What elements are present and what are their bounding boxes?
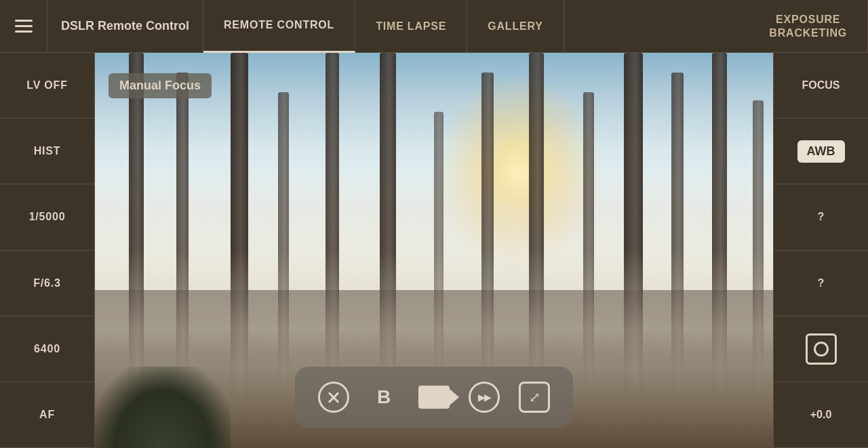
aperture-control-button[interactable] <box>315 379 352 415</box>
hamburger-button[interactable] <box>0 0 47 53</box>
tab-exposure-bracketing[interactable]: EXPOSUREBRACKETING <box>749 0 868 53</box>
hist-button[interactable]: HIST <box>0 119 94 184</box>
aperture-icon <box>318 382 349 413</box>
tab-gallery[interactable]: GALLERY <box>467 0 564 53</box>
video-icon <box>418 386 450 409</box>
lv-off-button[interactable]: LV OFF <box>0 53 94 119</box>
af-button[interactable]: AF <box>0 382 94 448</box>
focus-mode-label[interactable]: Manual Focus <box>108 73 212 98</box>
app-title: DSLR Remote Control <box>47 0 203 53</box>
expand-button[interactable]: ⤢ <box>516 379 553 415</box>
aperture-button[interactable]: F/6.3 <box>0 251 94 317</box>
unknown-button-2[interactable]: ? <box>774 251 868 317</box>
shutter-speed-button[interactable]: 1/5000 <box>0 184 94 250</box>
metering-button[interactable] <box>774 317 868 382</box>
unknown-button-1[interactable]: ? <box>774 184 868 250</box>
metering-icon <box>806 333 837 365</box>
left-panel: LV OFF HIST 1/5000 F/6.3 6400 AF <box>0 53 95 448</box>
iso-button[interactable]: 6400 <box>0 317 94 382</box>
main-content: LV OFF HIST 1/5000 F/6.3 6400 AF <box>0 53 868 448</box>
video-button[interactable] <box>416 379 452 415</box>
play-forward-icon <box>469 382 500 413</box>
hamburger-icon <box>15 20 33 33</box>
tab-remote-control[interactable]: REMOTE CONTROL <box>203 0 355 53</box>
awb-button[interactable]: AWB <box>774 119 868 184</box>
ev-button[interactable]: +0.0 <box>774 382 868 448</box>
play-forward-button[interactable] <box>466 379 502 415</box>
expand-icon: ⤢ <box>519 382 550 413</box>
foreground-shrub <box>95 367 231 448</box>
focus-button[interactable]: FOCUS <box>774 53 868 119</box>
camera-view: Manual Focus B ⤢ <box>95 53 773 448</box>
header: DSLR Remote Control REMOTE CONTROL TIME … <box>0 0 868 53</box>
camera-controls-bar: B ⤢ <box>295 367 573 428</box>
tab-time-lapse[interactable]: TIME LAPSE <box>355 0 467 53</box>
bulb-button[interactable]: B <box>366 379 402 415</box>
awb-label: AWB <box>797 140 845 163</box>
right-panel: FOCUS AWB ? ? +0.0 <box>773 53 868 448</box>
bulb-icon: B <box>369 382 399 412</box>
